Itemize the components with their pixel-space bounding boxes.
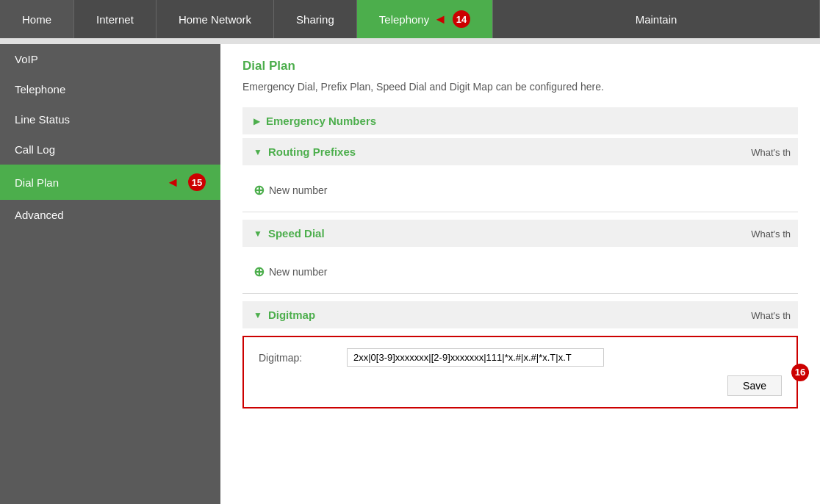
section-title-speed-dial: Speed Dial <box>268 227 325 240</box>
section-routing-prefixes[interactable]: ▼ Routing Prefixes What's th <box>242 138 798 165</box>
plus-icon-routing: ⊕ <box>253 182 265 198</box>
nav-item-home-network[interactable]: Home Network <box>157 0 274 38</box>
sidebar-label-line-status: Line Status <box>15 113 70 126</box>
digitmap-box: Digitmap: Save <box>242 336 798 408</box>
save-row: Save <box>259 375 782 396</box>
section-title-digitmap: Digitmap <box>268 309 315 321</box>
new-number-routing-btn[interactable]: ⊕ New number <box>253 176 327 204</box>
nav-item-telephony[interactable]: Telephony ◄ 14 <box>357 0 493 38</box>
separator-bar <box>0 38 820 44</box>
arrow-left-nav: ◄ <box>434 12 447 27</box>
nav-item-sharing[interactable]: Sharing <box>274 0 357 38</box>
page-description: Emergency Dial, Prefix Plan, Speed Dial … <box>242 81 798 93</box>
digitmap-input[interactable] <box>347 348 604 367</box>
section-emergency-numbers[interactable]: ▶ Emergency Numbers <box>242 107 798 134</box>
sidebar-label-telephone: Telephone <box>15 83 65 96</box>
plus-icon-speed: ⊕ <box>253 264 265 280</box>
top-navigation: Home Internet Home Network Sharing Telep… <box>0 0 820 38</box>
new-number-speed-label: New number <box>269 266 327 278</box>
sidebar-item-advanced[interactable]: Advanced <box>0 200 220 230</box>
whats-this-speed-dial[interactable]: What's th <box>751 228 791 239</box>
sidebar-item-line-status[interactable]: Line Status <box>0 104 220 134</box>
sidebar-item-dial-plan[interactable]: Dial Plan ◄ 15 <box>0 165 220 200</box>
sidebar-item-telephone[interactable]: Telephone <box>0 74 220 104</box>
save-label: Save <box>743 380 766 392</box>
whats-this-digitmap[interactable]: What's th <box>751 309 791 320</box>
routing-prefixes-body: ⊕ New number <box>242 169 798 212</box>
chevron-down-icon-routing: ▼ <box>253 147 262 157</box>
sidebar-label-voip: VoIP <box>15 53 38 65</box>
chevron-down-icon-speed: ▼ <box>253 228 262 239</box>
sidebar: VoIP Telephone Line Status Call Log Dial… <box>0 44 220 504</box>
new-number-routing-label: New number <box>269 184 327 196</box>
page-title: Dial Plan <box>242 59 798 73</box>
section-digitmap[interactable]: ▼ Digitmap What's th <box>242 301 798 328</box>
sidebar-label-call-log: Call Log <box>15 143 55 156</box>
sidebar-label-advanced: Advanced <box>15 209 64 221</box>
nav-label-maintain: Maintain <box>636 13 677 26</box>
section-title-routing: Routing Prefixes <box>268 145 356 158</box>
badge-16: 16 <box>791 364 809 381</box>
nav-item-home[interactable]: Home <box>0 0 74 38</box>
save-button[interactable]: Save <box>727 375 782 396</box>
sidebar-item-voip[interactable]: VoIP <box>0 44 220 74</box>
section-title-emergency: Emergency Numbers <box>266 115 376 127</box>
speed-dial-body: ⊕ New number <box>242 251 798 294</box>
arrow-left-sidebar: ◄ <box>166 175 179 190</box>
sidebar-item-call-log[interactable]: Call Log <box>0 134 220 165</box>
whats-this-routing[interactable]: What's th <box>751 146 791 157</box>
nav-label-telephony: Telephony <box>379 13 429 26</box>
digitmap-row: Digitmap: <box>259 348 782 367</box>
new-number-speed-btn[interactable]: ⊕ New number <box>253 258 327 286</box>
digitmap-label: Digitmap: <box>259 352 347 364</box>
section-speed-dial[interactable]: ▼ Speed Dial What's th <box>242 220 798 247</box>
nav-label-home: Home <box>22 13 51 26</box>
nav-item-internet[interactable]: Internet <box>74 0 157 38</box>
nav-label-home-network: Home Network <box>179 13 251 26</box>
chevron-down-icon-digitmap: ▼ <box>253 310 262 320</box>
chevron-right-icon: ▶ <box>253 116 260 126</box>
nav-label-sharing: Sharing <box>296 13 334 26</box>
main-layout: VoIP Telephone Line Status Call Log Dial… <box>0 44 820 504</box>
content-area: Dial Plan Emergency Dial, Prefix Plan, S… <box>220 44 820 504</box>
sidebar-badge-dial-plan: 15 <box>188 173 206 191</box>
nav-badge-telephony: 14 <box>453 10 470 28</box>
nav-label-internet: Internet <box>96 13 134 26</box>
sidebar-label-dial-plan: Dial Plan <box>15 176 59 189</box>
nav-item-maintain[interactable]: Maintain <box>493 0 820 38</box>
